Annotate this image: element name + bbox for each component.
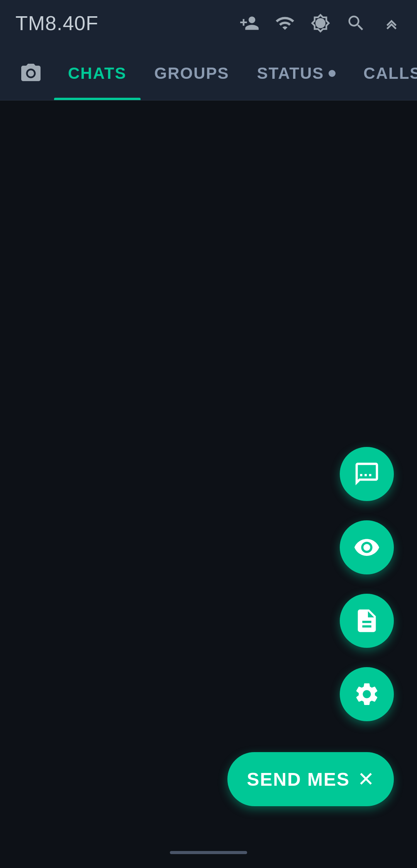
send-message-label: SEND MES <box>247 769 350 790</box>
tab-status[interactable]: STATUS <box>243 46 350 100</box>
status-bar: TM8.40F <box>0 0 417 46</box>
bottom-nav <box>0 837 417 868</box>
camera-icon[interactable] <box>8 62 54 85</box>
tab-bar: CHATS GROUPS STATUS CALLS <box>0 46 417 100</box>
home-indicator <box>170 851 247 854</box>
status-time: TM8.40F <box>15 12 228 35</box>
send-message-close-icon: ✕ <box>358 768 375 791</box>
tab-calls[interactable]: CALLS <box>349 46 417 100</box>
send-message-button[interactable]: SEND MES ✕ <box>227 752 394 806</box>
brightness-icon <box>310 13 331 33</box>
status-icons <box>239 13 402 33</box>
overflow-icon[interactable] <box>381 13 402 33</box>
message-fab-button[interactable] <box>340 447 394 501</box>
main-content: SEND MES ✕ <box>0 100 417 837</box>
eye-fab-button[interactable] <box>340 520 394 574</box>
status-notification-dot <box>329 70 336 77</box>
tab-groups[interactable]: GROUPS <box>141 46 243 100</box>
tab-chats[interactable]: CHATS <box>54 46 141 100</box>
document-fab-button[interactable] <box>340 594 394 648</box>
tabs: CHATS GROUPS STATUS CALLS <box>54 46 417 100</box>
wifi-icon <box>275 13 295 33</box>
search-icon[interactable] <box>346 13 366 33</box>
send-message-container: SEND MES ✕ <box>227 752 394 806</box>
settings-fab-button[interactable] <box>340 667 394 721</box>
person-add-icon <box>239 13 259 33</box>
fab-container <box>340 447 394 721</box>
